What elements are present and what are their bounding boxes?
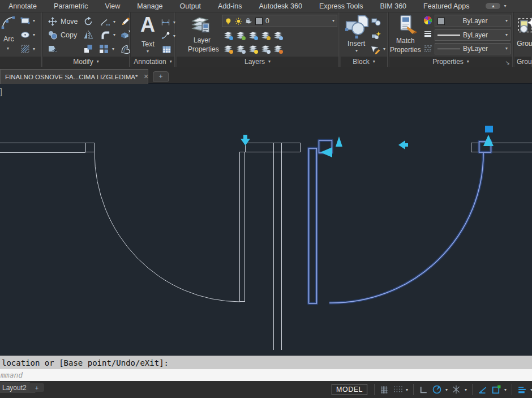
panel-label-groups[interactable]: Groups	[514, 57, 531, 67]
menu-manage[interactable]: Manage	[128, 0, 171, 12]
snap-grid-dots-icon[interactable]	[393, 385, 402, 395]
text-button-label[interactable]: Text	[141, 40, 155, 48]
group-button-label[interactable]: Group	[517, 40, 532, 48]
text-split-caret-icon[interactable]: ▾	[147, 49, 149, 54]
edit-attribute-button[interactable]	[371, 31, 381, 40]
model-space-button[interactable]: MODEL	[332, 384, 367, 395]
new-layout-button[interactable]: +	[29, 383, 44, 392]
rotate-button[interactable]	[83, 16, 93, 27]
leader-button[interactable]: ▾	[161, 31, 175, 41]
offset-button[interactable]	[120, 44, 131, 54]
panel-label-draw[interactable]	[0, 57, 41, 67]
erase-button[interactable]	[121, 16, 131, 27]
manage-attributes-button[interactable]: ▾	[370, 44, 385, 54]
layer-color-swatch[interactable]	[255, 18, 263, 25]
grid-display-icon[interactable]	[380, 385, 389, 395]
text-button[interactable]: A	[140, 15, 155, 35]
trim-caret-icon[interactable]: ▾	[113, 20, 115, 24]
object-snap-angle-icon[interactable]	[478, 384, 488, 395]
lineweight-display-icon[interactable]	[517, 385, 527, 395]
layer-delete-icon[interactable]	[273, 44, 282, 53]
rectangle-tool-button[interactable]: ▾	[20, 16, 35, 25]
hatch-caret-icon[interactable]: ▾	[33, 47, 35, 52]
flip-grip-down-arrow[interactable]	[241, 135, 250, 145]
flip-grip-up-triangle-small[interactable]	[336, 136, 342, 147]
layer-properties-label2[interactable]: Properties	[188, 45, 219, 53]
leader-caret-icon[interactable]: ▾	[173, 34, 175, 38]
menu-annotate[interactable]: Annotate	[0, 0, 45, 12]
menu-parametric[interactable]: Parametric	[45, 0, 96, 12]
fillet-button[interactable]: ▾	[100, 30, 115, 40]
command-input-line[interactable]: mmand	[0, 369, 532, 381]
object-color-dropdown[interactable]: ByLayer ▾	[435, 15, 510, 27]
fillet-caret-icon[interactable]: ▾	[113, 33, 115, 37]
lineweight-caret-icon[interactable]: ▾	[505, 33, 508, 37]
door-jamb-left[interactable]	[86, 143, 95, 152]
panel-label-properties[interactable]: Properties▾↘	[389, 57, 512, 67]
stretch-button[interactable]	[48, 44, 58, 54]
attributes-caret-icon[interactable]: ▾	[383, 47, 385, 52]
polar-caret-icon[interactable]: ▾	[445, 387, 448, 392]
new-drawing-tab-button[interactable]: +	[153, 71, 169, 82]
table-button[interactable]	[162, 45, 171, 54]
linetype-list-button[interactable]	[423, 44, 432, 53]
lineweight-dropdown[interactable]: ByLayer ▾	[435, 29, 510, 41]
scale-button[interactable]	[83, 44, 93, 54]
object-color-caret-icon[interactable]: ▾	[505, 19, 508, 23]
drawing-canvas[interactable]: ]	[0, 84, 532, 356]
panel-label-block[interactable]: Block▾	[341, 57, 387, 67]
layer-off-icon[interactable]	[224, 44, 233, 53]
menu-autodesk-360[interactable]: Autodesk 360	[250, 0, 310, 12]
linetype-caret-icon[interactable]: ▾	[505, 46, 508, 51]
layer-lock-tool-icon[interactable]	[261, 31, 270, 40]
layer-match-icon[interactable]	[236, 44, 245, 53]
insert-split-caret-icon[interactable]: ▾	[355, 49, 358, 53]
panel-label-annotation[interactable]: Annotation▾	[131, 57, 174, 67]
otrack-caret-icon[interactable]: ▾	[465, 387, 467, 392]
create-block-button[interactable]	[371, 17, 381, 27]
door-left-leaf[interactable]	[240, 152, 245, 302]
osnap-caret-icon[interactable]: ▾	[504, 387, 507, 392]
object-snap-tracking-icon[interactable]	[451, 384, 461, 395]
hatch-tool-button[interactable]: ▾	[20, 44, 35, 54]
layer-dropdown-caret-icon[interactable]: ▾	[332, 19, 334, 23]
menu-add-ins[interactable]: Add-ins	[209, 0, 250, 12]
array-caret-icon[interactable]: ▾	[112, 47, 114, 52]
insert-button[interactable]	[345, 15, 369, 38]
menu-featured-apps[interactable]: Featured Apps	[415, 0, 478, 12]
layer-freeze-icon[interactable]	[248, 31, 258, 40]
ellipse-tool-button[interactable]: ▾	[20, 30, 35, 40]
layer-freeze-sun-icon[interactable]	[235, 18, 242, 25]
door-block-right-selected[interactable]	[309, 140, 491, 303]
square-grip[interactable]	[485, 126, 493, 132]
explode-button[interactable]	[120, 29, 131, 40]
ortho-mode-icon[interactable]	[419, 385, 428, 395]
ribbon-minimize-button[interactable]: ▲	[486, 3, 500, 9]
wall-left[interactable]	[0, 143, 85, 153]
polar-tracking-icon[interactable]	[432, 384, 442, 395]
insert-button-label[interactable]: Insert	[347, 40, 365, 48]
flip-grip-left-triangle[interactable]	[320, 147, 332, 157]
group-button[interactable]	[517, 16, 532, 37]
flip-grip-left-arrow[interactable]	[398, 140, 408, 149]
menu-bim-360[interactable]: BIM 360	[372, 0, 415, 12]
grid-caret-icon[interactable]: ▾	[406, 387, 408, 392]
lineweight-list-button[interactable]	[423, 29, 432, 38]
layer-dropdown[interactable]: 0 ▾	[222, 15, 337, 27]
wall-middle-vertical[interactable]	[274, 152, 282, 350]
arc-tool-button[interactable]	[1, 14, 16, 31]
color-wheel-button[interactable]	[423, 16, 432, 25]
door-right-swing-arc[interactable]	[329, 153, 483, 303]
dimension-caret-icon[interactable]: ▾	[173, 20, 175, 25]
ribbon-minimize-caret-icon[interactable]: ▾	[504, 3, 506, 8]
viewport-controls-cropped[interactable]: ]	[0, 87, 2, 96]
linetype-dropdown[interactable]: ByLayer ▾	[435, 43, 510, 54]
wall-top-middle[interactable]	[245, 143, 301, 152]
file-tab-active[interactable]: FINALNO OSNOVE SA...CIMA I IZGLEDIMA* ✕	[0, 69, 148, 84]
trim-button[interactable]: ▾	[100, 17, 115, 27]
file-tab-close-icon[interactable]: ✕	[144, 73, 148, 80]
layer-make-current-icon[interactable]	[273, 31, 282, 40]
panel-label-modify[interactable]: Modify▾	[43, 57, 129, 67]
arc-tool-label[interactable]: Arc	[3, 35, 14, 43]
properties-dialog-launcher-icon[interactable]: ↘	[505, 59, 510, 66]
